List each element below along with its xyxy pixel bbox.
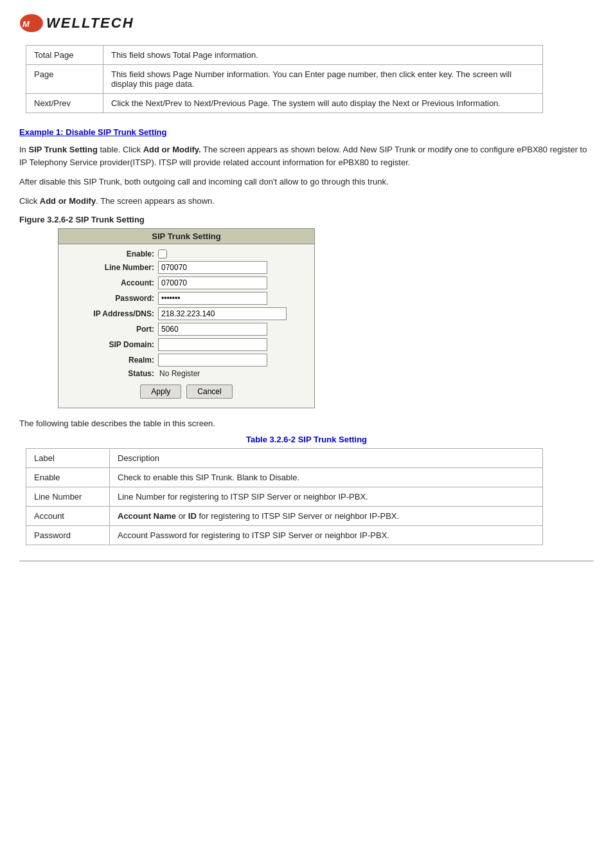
desc-table-label: Enable (26, 467, 110, 487)
example-section: Example 1: Disable SIP Trunk Setting In … (19, 127, 594, 545)
sip-box-title: SIP Trunk Setting (58, 229, 314, 244)
sip-domain-label: SIP Domain: (65, 340, 158, 349)
sip-enable-label: Enable: (65, 249, 158, 258)
sip-trunk-box: SIP Trunk Setting Enable: Line Number: A… (58, 228, 315, 408)
desc-table: LabelDescriptionEnableCheck to enable th… (26, 448, 543, 545)
desc-table-desc: Account Name or ID for registering to IT… (110, 506, 543, 525)
desc-table-row: AccountAccount Name or ID for registerin… (26, 506, 543, 525)
info-table-label: Next/Prev (26, 94, 103, 113)
paragraph1: In SIP Trunk Setting table. Click Add or… (19, 143, 594, 169)
sip-port-row: Port: (58, 323, 314, 336)
info-table-label: Total Page (26, 46, 103, 65)
sip-buttons: Apply Cancel (58, 384, 314, 399)
paragraph2: After disable this SIP Trunk, both outgo… (19, 176, 594, 188)
sip-password-row: Password: (58, 292, 314, 305)
sip-status-row: Status: No Register (58, 369, 314, 378)
desc-table-desc: Description (110, 448, 543, 467)
desc-table-label: Label (26, 448, 110, 467)
sip-account-input[interactable] (158, 276, 267, 289)
desc-table-label: Line Number (26, 487, 110, 506)
info-table-desc: Click the Next/Prev to Next/Previous Pag… (103, 94, 543, 113)
sip-linenumber-label: Line Number: (65, 263, 158, 272)
sip-realm-row: Realm: (58, 354, 314, 366)
logo-icon: M (19, 13, 44, 33)
desc-table-label: Password (26, 525, 110, 545)
sip-ip-input[interactable] (158, 307, 287, 320)
logo-area: M WELLTECH (19, 13, 594, 33)
desc-table-row: PasswordAccount Password for registering… (26, 525, 543, 545)
logo-text: WELLTECH (46, 15, 134, 32)
cancel-button[interactable]: Cancel (186, 384, 232, 399)
info-table-row: Total PageThis field shows Total Page in… (26, 46, 543, 65)
desc-table-label: Account (26, 506, 110, 525)
apply-button[interactable]: Apply (140, 384, 181, 399)
sip-enable-checkbox[interactable] (158, 249, 167, 258)
desc-table-desc: Line Number for registering to ITSP SIP … (110, 487, 543, 506)
sip-domain-row: SIP Domain: (58, 338, 314, 351)
sip-status-value: No Register (159, 369, 200, 378)
bottom-divider (19, 561, 594, 561)
svg-text:M: M (22, 19, 30, 29)
sip-linenumber-row: Line Number: (58, 261, 314, 274)
following-text: The following table describes the table … (19, 419, 594, 428)
info-table-row: Next/PrevClick the Next/Prev to Next/Pre… (26, 94, 543, 113)
sip-enable-row: Enable: (58, 249, 314, 258)
sip-account-label: Account: (65, 278, 158, 287)
desc-table-row: LabelDescription (26, 448, 543, 467)
info-table-label: Page (26, 65, 103, 94)
sip-ip-row: IP Address/DNS: (58, 307, 314, 320)
desc-table-desc: Check to enable this SIP Trunk. Blank to… (110, 467, 543, 487)
figure-label: Figure 3.2.6-2 SIP Trunk Setting (19, 215, 594, 224)
sip-status-label: Status: (65, 369, 158, 378)
sip-realm-input[interactable] (158, 354, 267, 366)
info-table-desc: This field shows Total Page information. (103, 46, 543, 65)
sip-password-label: Password: (65, 294, 158, 303)
sip-ip-label: IP Address/DNS: (65, 309, 158, 318)
desc-table-row: Line NumberLine Number for registering t… (26, 487, 543, 506)
sip-account-row: Account: (58, 276, 314, 289)
bottom-table-title: Table 3.2.6-2 SIP Trunk Setting (19, 435, 594, 444)
info-table-row: PageThis field shows Page Number informa… (26, 65, 543, 94)
info-table-desc: This field shows Page Number information… (103, 65, 543, 94)
desc-table-desc: Account Password for registering to ITSP… (110, 525, 543, 545)
sip-port-input[interactable] (158, 323, 267, 336)
paragraph3: Click Add or Modify. The screen appears … (19, 195, 594, 208)
sip-port-label: Port: (65, 325, 158, 334)
sip-password-input[interactable] (158, 292, 267, 305)
sip-linenumber-input[interactable] (158, 261, 267, 274)
example-link[interactable]: Example 1: Disable SIP Trunk Setting (19, 127, 594, 137)
desc-table-row: EnableCheck to enable this SIP Trunk. Bl… (26, 467, 543, 487)
sip-realm-label: Realm: (65, 356, 158, 365)
bottom-table-title-text: Table 3.2.6-2 SIP Trunk Setting (246, 435, 367, 444)
sip-domain-input[interactable] (158, 338, 267, 351)
info-table: Total PageThis field shows Total Page in… (26, 45, 543, 113)
